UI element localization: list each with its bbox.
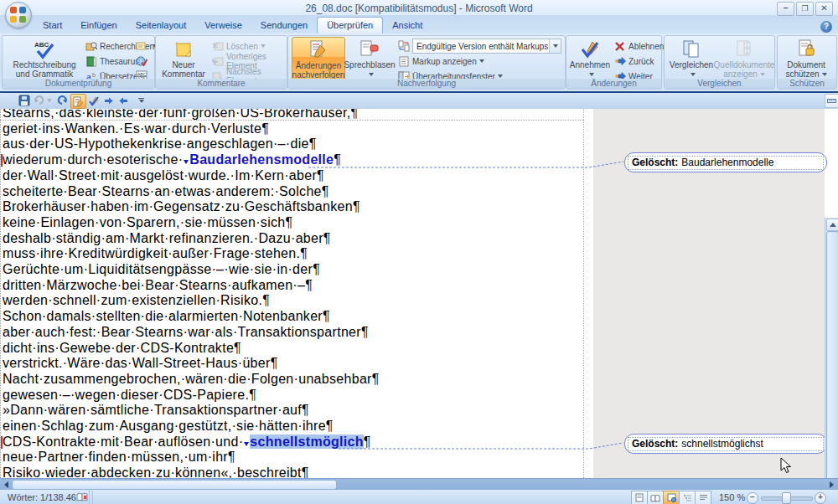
document-area: Stearns,·das·kleinste·der·fünf·großen·US…: [0, 109, 838, 478]
deleted-text-balloon[interactable]: Gelöscht: schnellstmöglichst: [624, 434, 827, 454]
previous-comment-icon: [211, 55, 224, 67]
print-layout-view-button[interactable]: [631, 491, 648, 504]
doc-line: Brokerhäuser·haben·im·Gegensatz·zu·Gesch…: [3, 199, 380, 215]
doc-line: muss·ihre·Kreditwürdigkeit·außer·Frage·s…: [3, 246, 380, 262]
tab-verweise[interactable]: Verweise: [195, 18, 251, 33]
qat-customize-button[interactable]: [134, 94, 148, 107]
outline-icon: [683, 494, 692, 501]
new-comment-button[interactable]: Neuer Kommentar: [158, 38, 209, 80]
tracked-insertion[interactable]: schnellstmöglich: [250, 435, 364, 449]
zoom-level[interactable]: 150 %: [719, 490, 745, 504]
group-vergleichen: Vergleichen 12 Quelldokumente anzeigen V…: [664, 35, 775, 90]
group-nachverfolgung: Änderungen nachverfolgen Sprechblasen En…: [287, 35, 566, 90]
previous-comment-button[interactable]: Vorheriges Element: [211, 54, 285, 68]
protect-document-button[interactable]: Dokument schützen: [779, 38, 833, 80]
show-markup-button[interactable]: Markup anzeigen: [397, 54, 506, 68]
document-page[interactable]: Stearns,·das·kleinste·der·fünf·großen·US…: [0, 109, 593, 478]
vertical-scrollbar[interactable]: [825, 218, 838, 504]
scroll-right-button[interactable]: [826, 480, 837, 489]
restore-button[interactable]: [796, 2, 814, 16]
balloons-button[interactable]: Sprechblasen: [345, 38, 394, 80]
ribbon: ABC Rechtschreibung und Grammatik Recher…: [0, 33, 838, 93]
zoom-out-button[interactable]: −: [747, 492, 758, 504]
doc-line: Stearns,·das·kleinste·der·fünf·großen·US…: [3, 109, 380, 121]
balloons-icon: [360, 39, 380, 59]
undo-button[interactable]: [34, 94, 52, 107]
thesaurus-button[interactable]: Thesaurus: [85, 54, 137, 68]
close-button[interactable]: [815, 2, 833, 16]
spelling-grammar-icon: ABC: [34, 39, 55, 59]
view-switcher: [632, 491, 711, 504]
balloon-text: schnellstmöglichst: [681, 438, 763, 450]
tab-ansicht[interactable]: Ansicht: [383, 18, 432, 33]
tab-start[interactable]: Start: [34, 18, 71, 33]
tab-sendungen[interactable]: Sendungen: [251, 18, 317, 33]
group-kommentare: Neuer Kommentar Löschen Vorheriges Eleme…: [155, 35, 287, 90]
vertical-scroll-thumb[interactable]: [826, 231, 838, 504]
save-button[interactable]: [17, 94, 31, 107]
balloon-text: Baudarlehenmodelle: [681, 157, 773, 168]
show-source-documents-icon: 12: [734, 39, 754, 59]
doc-line: Gerüchte·um·Liquiditätsengpässe·–·wie·si…: [3, 262, 380, 278]
doc-line: aus·der·US-Hypothekenkrise·angeschlagen·…: [3, 136, 380, 152]
accept-button[interactable]: Annehmen: [568, 38, 612, 80]
doc-line: dicht·ins·Gewebe·der·CDS-Kontrakte¶: [3, 341, 380, 357]
qat-track-changes-button[interactable]: [70, 94, 86, 109]
outline-view-button[interactable]: [679, 491, 696, 504]
balloon-content: Gelöscht: schnellstmöglichst: [628, 437, 824, 451]
proofing-status-button[interactable]: [72, 491, 93, 504]
qat-accept-button[interactable]: [86, 94, 101, 107]
doc-line: Risiko·wieder·abdecken·zu·können«,·besch…: [3, 465, 380, 478]
deleted-text-balloon[interactable]: Gelöscht: Baudarlehenmodelle: [624, 152, 827, 172]
status-bar: Wörter: 1/138.461 150 % − +: [0, 489, 838, 504]
qat-next-button[interactable]: [101, 94, 116, 107]
show-source-documents-button[interactable]: 12 Quelldokumente anzeigen: [716, 38, 773, 80]
display-for-review-combobox[interactable]: Endgültige Version enthält Markups: [412, 39, 561, 54]
minimize-button[interactable]: [777, 2, 794, 16]
tab-seitenlayout[interactable]: Seitenlayout: [127, 18, 196, 33]
horizontal-scrollbar[interactable]: [0, 478, 838, 490]
redo-button[interactable]: [55, 94, 70, 107]
delete-comment-button[interactable]: Löschen: [211, 39, 285, 53]
zoom-slider-thumb[interactable]: [782, 492, 791, 504]
delete-comment-icon: [211, 40, 224, 52]
doc-line: werden·schnell·zum·existenziellen·Risiko…: [3, 293, 380, 309]
tab-einfuegen[interactable]: Einfügen: [71, 18, 126, 33]
qat-customize-icon: [138, 98, 144, 103]
tracked-insertion[interactable]: Baudarlehensmodelle: [189, 152, 334, 167]
draft-view-button[interactable]: [695, 491, 711, 504]
text-boundary-right: [583, 109, 584, 478]
zoom-in-button[interactable]: +: [815, 492, 826, 504]
svg-text:b: b: [92, 72, 96, 78]
deletion-anchor-icon: [184, 160, 189, 164]
track-changes-button[interactable]: Änderungen nachverfolgen: [292, 37, 345, 81]
tab-ueberpruefen[interactable]: Überprüfen: [317, 17, 383, 33]
compare-button[interactable]: Vergleichen: [667, 38, 716, 80]
qat-back-button[interactable]: [116, 94, 131, 107]
svg-text:1: 1: [746, 43, 748, 48]
balloon-content: Gelöscht: Baudarlehenmodelle: [628, 156, 824, 170]
scroll-up-button[interactable]: [826, 219, 838, 231]
research-icon: [85, 40, 97, 52]
group-label: Kommentare: [156, 79, 287, 89]
doc-line: wiederum·durch·esoterische·Baudarlehensm…: [3, 152, 380, 168]
ruler-toggle-button[interactable]: [825, 94, 838, 108]
accept-icon: [580, 39, 600, 59]
doc-line: dritten·Märzwoche·bei·Bear·Stearns·aufka…: [3, 278, 380, 294]
qat-accept-icon: [88, 95, 100, 106]
web-layout-view-button[interactable]: [663, 491, 680, 504]
fullscreen-reading-view-button[interactable]: [647, 491, 664, 504]
group-label: Änderungen: [566, 79, 661, 89]
doc-line: aber·auch·fest:·Bear·Stearns·war·als·Tra…: [3, 325, 380, 341]
combobox-dropdown[interactable]: [549, 39, 561, 53]
translation-screentip-button[interactable]: [135, 39, 152, 53]
previous-change-button[interactable]: Zurück: [613, 54, 660, 68]
scroll-left-button[interactable]: [1, 480, 12, 489]
document-text[interactable]: Stearns,·das·kleinste·der·fünf·großen·US…: [3, 109, 380, 478]
research-button[interactable]: Recherchieren: [85, 39, 137, 53]
set-language-button[interactable]: [135, 54, 152, 68]
spelling-grammar-button[interactable]: ABC Rechtschreibung und Grammatik: [6, 38, 83, 80]
reject-button[interactable]: Ablehnen: [613, 39, 660, 53]
thesaurus-icon: [85, 55, 97, 67]
help-icon[interactable]: [820, 21, 832, 33]
